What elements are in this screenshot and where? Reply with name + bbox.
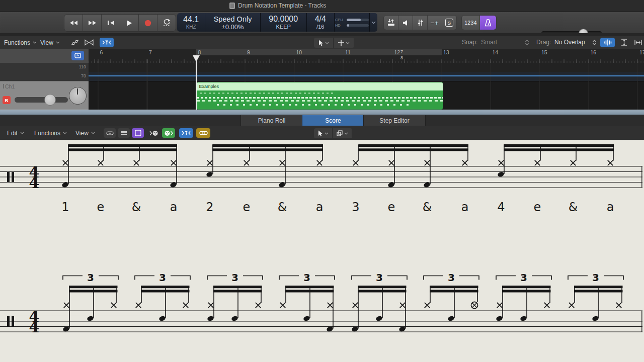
count-in-button[interactable]: 1234 (462, 16, 480, 30)
lcd-options-chevron[interactable] (370, 13, 377, 32)
snap-select[interactable]: Smart (481, 39, 529, 46)
pan-knob[interactable] (69, 87, 87, 105)
hihat-note-x[interactable] (535, 160, 540, 165)
hihat-note-x[interactable] (134, 160, 139, 165)
speaker-button[interactable] (398, 16, 413, 30)
tab-step-editor[interactable]: Step Editor (363, 115, 426, 126)
drum-notehead[interactable] (423, 182, 431, 188)
pointer-tool-button[interactable] (314, 38, 334, 48)
score-view-menu[interactable]: View (75, 126, 95, 140)
drum-notehead[interactable] (497, 171, 505, 177)
hihat-note-x[interactable] (111, 303, 116, 308)
solo-button[interactable]: S (442, 16, 456, 30)
track-header[interactable]: Ch1 R (0, 81, 89, 111)
hihat-note-x[interactable] (244, 160, 249, 165)
midi-in-button[interactable] (148, 128, 160, 138)
global-tracks-button[interactable] (71, 51, 84, 60)
hihat-note-x[interactable] (183, 303, 188, 308)
tracks-view-menu[interactable]: View (40, 36, 60, 49)
metronome-button[interactable] (480, 16, 496, 30)
automation-button[interactable] (69, 38, 80, 47)
score-pointer-tool-button[interactable] (314, 128, 333, 138)
flex-button[interactable] (83, 38, 96, 47)
hihat-note-x[interactable] (353, 160, 358, 165)
score-edit-menu[interactable]: Edit (7, 126, 24, 140)
zoom-toggle-button[interactable]: −+ (428, 16, 442, 30)
bar-ruler[interactable]: 67891011121314151617 7 8 (89, 49, 644, 63)
link-button[interactable] (196, 128, 210, 138)
drum-notehead[interactable] (326, 326, 334, 332)
lcd-time-signature[interactable]: 4/4 /16 (307, 13, 335, 32)
tab-piano-roll[interactable]: Piano Roll (240, 115, 302, 126)
lcd-tempo[interactable]: 90.0000 KEEP (261, 13, 307, 32)
midi-out-button[interactable] (162, 128, 175, 138)
drum-notehead[interactable] (592, 315, 599, 322)
note-input-button[interactable] (104, 128, 116, 138)
drum-notehead[interactable] (520, 315, 527, 322)
hihat-note-x[interactable] (389, 160, 394, 165)
horizontal-zoom-button[interactable] (632, 38, 644, 47)
track-name[interactable]: Ch1 (5, 83, 15, 89)
lcd-display[interactable]: 44.1 KHZ Speed Only ±0.00% 90.0000 KEEP … (177, 13, 377, 32)
time-sig-marker-numerator[interactable]: 7 (400, 50, 403, 54)
play-button[interactable] (120, 15, 139, 31)
drum-notehead[interactable] (303, 315, 310, 322)
hihat-note-x[interactable] (98, 160, 103, 165)
drum-notehead[interactable] (170, 182, 177, 188)
hihat-note-x[interactable] (616, 303, 621, 308)
hihat-note-x[interactable] (425, 160, 430, 165)
drum-notehead[interactable] (375, 315, 383, 322)
lcd-varispeed[interactable]: Speed Only ±0.00% (205, 13, 261, 32)
drum-notehead[interactable] (398, 326, 406, 332)
drum-notehead[interactable] (231, 315, 238, 322)
drum-notehead[interactable] (87, 315, 94, 322)
hihat-note-x[interactable] (280, 303, 285, 308)
drum-notehead[interactable] (447, 315, 455, 322)
tempo-lane-upper[interactable] (89, 63, 644, 72)
hihat-note-x[interactable] (608, 160, 613, 165)
score-catch-button[interactable] (179, 128, 193, 138)
record-button[interactable] (139, 15, 157, 31)
tempo-lane-lower[interactable] (89, 72, 644, 81)
score-functions-menu[interactable]: Functions (34, 126, 67, 140)
tab-score[interactable]: Score (302, 115, 364, 126)
hihat-note-x[interactable] (462, 160, 467, 165)
hihat-note-x[interactable] (208, 303, 213, 308)
page-view-button[interactable] (132, 128, 144, 138)
go-to-beginning-button[interactable] (102, 15, 120, 31)
track-volume-slider[interactable] (15, 97, 68, 103)
input-monitoring-button[interactable] (384, 16, 398, 30)
playhead-marker[interactable] (193, 55, 200, 62)
tempo-curve-line[interactable] (89, 75, 644, 76)
hihat-note-x[interactable] (499, 160, 504, 165)
hihat-note-x[interactable] (280, 160, 285, 165)
drum-notehead[interactable] (207, 315, 214, 322)
rewind-button[interactable] (64, 15, 83, 31)
hihat-note-x[interactable] (569, 303, 574, 308)
drum-notehead[interactable] (206, 171, 213, 177)
playhead-line[interactable] (196, 55, 197, 110)
score-secondary-tool-button[interactable] (333, 128, 352, 138)
secondary-tool-button[interactable] (334, 38, 354, 48)
open-hihat-note[interactable] (472, 303, 476, 307)
vertical-zoom-button[interactable] (618, 38, 630, 47)
drum-notehead[interactable] (278, 182, 286, 188)
hihat-note-x[interactable] (571, 160, 576, 165)
hihat-note-x[interactable] (317, 160, 322, 165)
tracks-functions-menu[interactable]: Functions (4, 36, 37, 49)
catch-playhead-button[interactable] (100, 38, 114, 47)
drum-notehead[interactable] (387, 182, 395, 188)
hihat-note-x[interactable] (136, 303, 141, 308)
fast-forward-button[interactable] (83, 15, 102, 31)
hihat-note-x[interactable] (425, 303, 430, 308)
drum-notehead[interactable] (62, 326, 70, 332)
hihat-note-x[interactable] (328, 303, 333, 308)
hihat-note-x[interactable] (64, 303, 69, 308)
cycle-button[interactable] (157, 15, 176, 31)
drum-notehead[interactable] (61, 182, 69, 188)
track-volume-knob[interactable] (44, 94, 56, 106)
record-enable-button[interactable]: R (3, 96, 11, 104)
hihat-note-x[interactable] (63, 160, 68, 165)
time-sig-marker-denominator[interactable]: 8 (400, 56, 403, 60)
hihat-note-x[interactable] (497, 303, 502, 308)
